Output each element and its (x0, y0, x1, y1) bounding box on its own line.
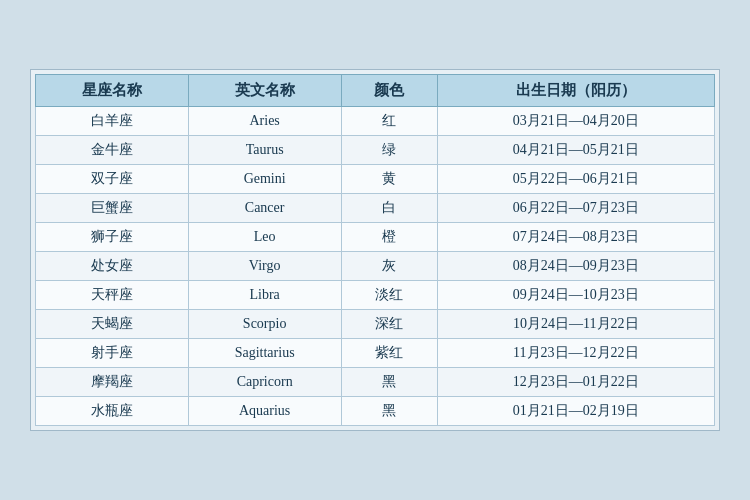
cell-color: 黄 (341, 165, 437, 194)
cell-english-name: Gemini (188, 165, 341, 194)
cell-chinese-name: 白羊座 (36, 107, 189, 136)
cell-date: 05月22日—06月21日 (437, 165, 714, 194)
cell-color: 绿 (341, 136, 437, 165)
table-row: 狮子座Leo橙07月24日—08月23日 (36, 223, 715, 252)
cell-date: 03月21日—04月20日 (437, 107, 714, 136)
cell-chinese-name: 双子座 (36, 165, 189, 194)
table-row: 白羊座Aries红03月21日—04月20日 (36, 107, 715, 136)
cell-color: 橙 (341, 223, 437, 252)
cell-english-name: Leo (188, 223, 341, 252)
cell-date: 04月21日—05月21日 (437, 136, 714, 165)
cell-english-name: Taurus (188, 136, 341, 165)
cell-chinese-name: 天蝎座 (36, 310, 189, 339)
cell-english-name: Capricorn (188, 368, 341, 397)
table-row: 巨蟹座Cancer白06月22日—07月23日 (36, 194, 715, 223)
cell-chinese-name: 处女座 (36, 252, 189, 281)
cell-color: 白 (341, 194, 437, 223)
cell-chinese-name: 狮子座 (36, 223, 189, 252)
table-row: 水瓶座Aquarius黑01月21日—02月19日 (36, 397, 715, 426)
cell-chinese-name: 射手座 (36, 339, 189, 368)
table-row: 双子座Gemini黄05月22日—06月21日 (36, 165, 715, 194)
col-header-color: 颜色 (341, 75, 437, 107)
col-header-date: 出生日期（阳历） (437, 75, 714, 107)
cell-date: 06月22日—07月23日 (437, 194, 714, 223)
cell-english-name: Aries (188, 107, 341, 136)
table-row: 处女座Virgo灰08月24日—09月23日 (36, 252, 715, 281)
cell-chinese-name: 水瓶座 (36, 397, 189, 426)
cell-color: 黑 (341, 397, 437, 426)
cell-date: 08月24日—09月23日 (437, 252, 714, 281)
cell-color: 淡红 (341, 281, 437, 310)
table-row: 天蝎座Scorpio深红10月24日—11月22日 (36, 310, 715, 339)
cell-color: 黑 (341, 368, 437, 397)
cell-date: 10月24日—11月22日 (437, 310, 714, 339)
cell-date: 12月23日—01月22日 (437, 368, 714, 397)
cell-english-name: Libra (188, 281, 341, 310)
col-header-chinese: 星座名称 (36, 75, 189, 107)
zodiac-table: 星座名称 英文名称 颜色 出生日期（阳历） 白羊座Aries红03月21日—04… (35, 74, 715, 426)
table-row: 天秤座Libra淡红09月24日—10月23日 (36, 281, 715, 310)
table-body: 白羊座Aries红03月21日—04月20日金牛座Taurus绿04月21日—0… (36, 107, 715, 426)
cell-color: 紫红 (341, 339, 437, 368)
cell-english-name: Sagittarius (188, 339, 341, 368)
cell-english-name: Cancer (188, 194, 341, 223)
cell-english-name: Aquarius (188, 397, 341, 426)
cell-color: 灰 (341, 252, 437, 281)
cell-english-name: Scorpio (188, 310, 341, 339)
cell-color: 红 (341, 107, 437, 136)
cell-chinese-name: 金牛座 (36, 136, 189, 165)
cell-color: 深红 (341, 310, 437, 339)
table-header-row: 星座名称 英文名称 颜色 出生日期（阳历） (36, 75, 715, 107)
zodiac-table-container: 星座名称 英文名称 颜色 出生日期（阳历） 白羊座Aries红03月21日—04… (30, 69, 720, 431)
cell-date: 07月24日—08月23日 (437, 223, 714, 252)
table-row: 摩羯座Capricorn黑12月23日—01月22日 (36, 368, 715, 397)
cell-date: 09月24日—10月23日 (437, 281, 714, 310)
table-row: 金牛座Taurus绿04月21日—05月21日 (36, 136, 715, 165)
cell-chinese-name: 摩羯座 (36, 368, 189, 397)
table-row: 射手座Sagittarius紫红11月23日—12月22日 (36, 339, 715, 368)
col-header-english: 英文名称 (188, 75, 341, 107)
cell-date: 11月23日—12月22日 (437, 339, 714, 368)
cell-chinese-name: 天秤座 (36, 281, 189, 310)
cell-date: 01月21日—02月19日 (437, 397, 714, 426)
cell-english-name: Virgo (188, 252, 341, 281)
cell-chinese-name: 巨蟹座 (36, 194, 189, 223)
